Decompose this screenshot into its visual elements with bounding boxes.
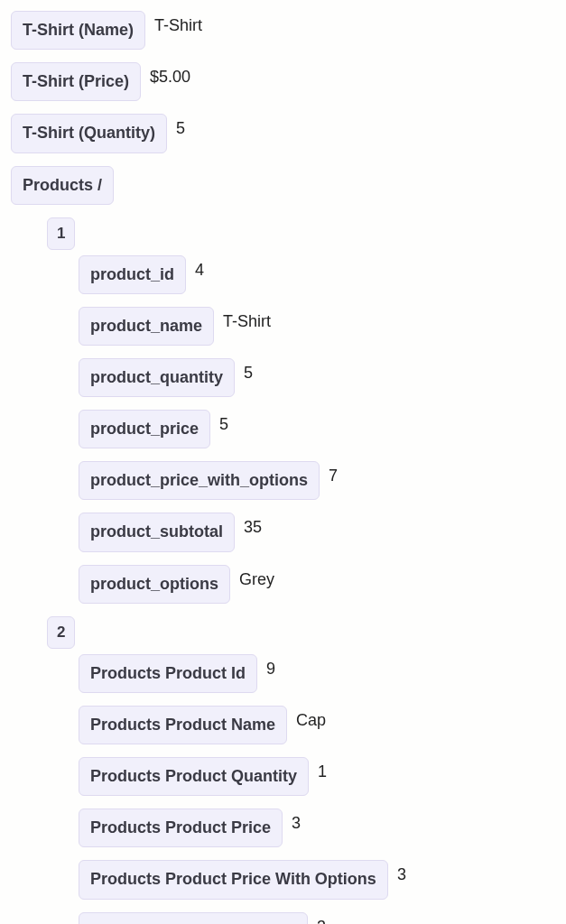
product-index-chip[interactable]: 2 xyxy=(47,616,75,649)
field-chip-product-subtotal[interactable]: product_subtotal xyxy=(79,513,235,551)
field-row: Products Product Subtotal 3 xyxy=(79,912,555,924)
product-index-row: 2 xyxy=(47,616,555,649)
field-value: 7 xyxy=(329,465,338,487)
field-row: Products Product Price 3 xyxy=(79,808,555,847)
field-row: T-Shirt (Quantity) 5 xyxy=(11,114,555,152)
field-row: T-Shirt (Name) T-Shirt xyxy=(11,11,555,50)
product-index-row: 1 xyxy=(47,217,555,250)
field-value: 3 xyxy=(317,916,326,924)
field-chip-products-product-subtotal[interactable]: Products Product Subtotal xyxy=(79,912,308,924)
products-header-row: Products / xyxy=(11,166,555,205)
field-row: Products Product Id 9 xyxy=(79,654,555,693)
products-header-chip[interactable]: Products / xyxy=(11,166,114,205)
field-chip-products-product-id[interactable]: Products Product Id xyxy=(79,654,257,693)
product-index-chip[interactable]: 1 xyxy=(47,217,75,250)
field-row: product_name T-Shirt xyxy=(79,307,555,346)
field-row: product_price_with_options 7 xyxy=(79,461,555,500)
field-chip-product-name[interactable]: product_name xyxy=(79,307,214,346)
field-row: T-Shirt (Price) $5.00 xyxy=(11,62,555,101)
field-value: 35 xyxy=(244,516,262,539)
field-value: 4 xyxy=(195,259,204,282)
field-row: product_options Grey xyxy=(79,565,555,604)
field-value: 5 xyxy=(176,117,185,140)
field-chip-product-options[interactable]: product_options xyxy=(79,565,230,604)
field-value: $5.00 xyxy=(150,66,190,88)
field-row: product_id 4 xyxy=(79,255,555,294)
field-chip-products-product-price-with-options[interactable]: Products Product Price With Options xyxy=(79,860,388,899)
field-row: product_price 5 xyxy=(79,410,555,448)
field-value: 9 xyxy=(266,658,275,680)
field-value: 5 xyxy=(244,362,253,384)
field-value: T-Shirt xyxy=(154,14,202,37)
field-chip-product-id[interactable]: product_id xyxy=(79,255,186,294)
field-chip-tshirt-name[interactable]: T-Shirt (Name) xyxy=(11,11,145,50)
field-chip-tshirt-quantity[interactable]: T-Shirt (Quantity) xyxy=(11,114,167,152)
field-chip-tshirt-price[interactable]: T-Shirt (Price) xyxy=(11,62,141,101)
field-value: 5 xyxy=(219,413,228,436)
field-chip-products-product-price[interactable]: Products Product Price xyxy=(79,808,283,847)
field-chip-product-price[interactable]: product_price xyxy=(79,410,210,448)
field-chip-product-price-with-options[interactable]: product_price_with_options xyxy=(79,461,320,500)
field-value: Grey xyxy=(239,568,274,591)
field-row: Products Product Name Cap xyxy=(79,706,555,744)
field-value: 3 xyxy=(397,864,406,886)
field-row: product_quantity 5 xyxy=(79,358,555,397)
field-value: 1 xyxy=(318,761,327,783)
field-row: Products Product Price With Options 3 xyxy=(79,860,555,899)
field-chip-products-product-name[interactable]: Products Product Name xyxy=(79,706,287,744)
field-chip-products-product-quantity[interactable]: Products Product Quantity xyxy=(79,757,309,796)
field-row: product_subtotal 35 xyxy=(79,513,555,551)
field-chip-product-quantity[interactable]: product_quantity xyxy=(79,358,235,397)
field-value: Cap xyxy=(296,709,326,732)
field-value: T-Shirt xyxy=(223,310,271,333)
field-row: Products Product Quantity 1 xyxy=(79,757,555,796)
field-value: 3 xyxy=(292,812,301,835)
